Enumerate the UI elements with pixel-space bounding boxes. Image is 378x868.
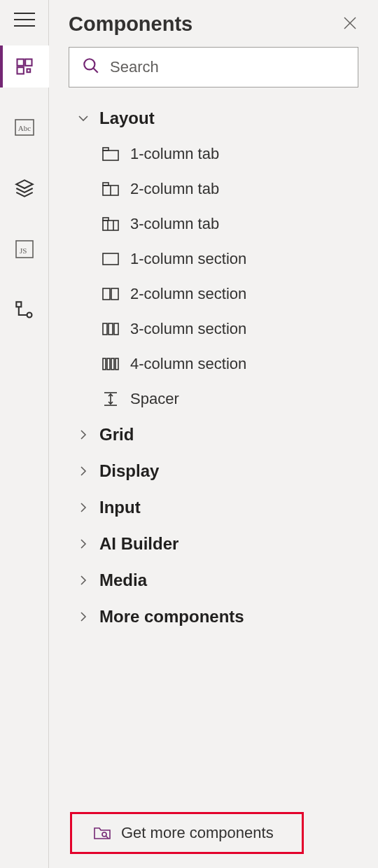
tree-icon bbox=[15, 300, 34, 320]
nav-tree[interactable] bbox=[0, 289, 49, 331]
components-icon bbox=[15, 57, 34, 76]
search-input[interactable] bbox=[110, 58, 345, 76]
group-label: Media bbox=[99, 570, 147, 590]
four-column-section-icon bbox=[101, 356, 120, 372]
close-icon bbox=[342, 15, 358, 34]
search-wrap bbox=[49, 40, 378, 100]
svg-rect-31 bbox=[107, 358, 110, 370]
group-label: AI Builder bbox=[99, 534, 178, 554]
svg-rect-25 bbox=[103, 288, 110, 300]
svg-point-13 bbox=[84, 59, 94, 69]
svg-rect-9 bbox=[16, 302, 21, 307]
item-3-column-tab[interactable]: 3-column tab bbox=[94, 206, 371, 241]
nav-components[interactable] bbox=[0, 46, 49, 88]
svg-rect-32 bbox=[111, 358, 114, 370]
panel-title: Components bbox=[69, 13, 192, 36]
group-grid[interactable]: Grid bbox=[69, 416, 371, 453]
one-column-section-icon bbox=[101, 251, 120, 267]
svg-rect-18 bbox=[103, 183, 108, 186]
group-more-components[interactable]: More components bbox=[69, 598, 371, 635]
svg-rect-0 bbox=[17, 59, 23, 66]
one-column-tab-icon bbox=[101, 146, 120, 162]
nav-text[interactable]: Abc bbox=[0, 106, 49, 148]
get-more-components-button[interactable]: Get more components bbox=[70, 812, 304, 854]
item-label: 2-column section bbox=[130, 285, 246, 303]
svg-rect-16 bbox=[103, 148, 108, 150]
panel-footer: Get more components bbox=[49, 798, 378, 868]
svg-rect-2 bbox=[25, 59, 31, 66]
svg-rect-33 bbox=[115, 358, 118, 370]
svg-point-10 bbox=[27, 313, 31, 318]
svg-rect-1 bbox=[17, 67, 23, 74]
group-display[interactable]: Display bbox=[69, 453, 371, 489]
nav-layers[interactable] bbox=[0, 167, 49, 209]
hamburger-icon[interactable] bbox=[14, 13, 35, 27]
get-more-label: Get more components bbox=[121, 824, 274, 842]
item-3-column-section[interactable]: 3-column section bbox=[94, 312, 371, 346]
item-label: 1-column tab bbox=[130, 145, 219, 163]
group-input[interactable]: Input bbox=[69, 489, 371, 526]
component-tree: Layout 1-column tab 2 bbox=[49, 100, 378, 798]
item-label: 3-column tab bbox=[130, 215, 219, 233]
item-label: 2-column tab bbox=[130, 180, 219, 198]
nav-js[interactable]: JS bbox=[0, 228, 49, 270]
item-label: 4-column section bbox=[130, 355, 246, 373]
item-label: 3-column section bbox=[130, 320, 246, 338]
search-box[interactable] bbox=[69, 47, 358, 88]
svg-rect-21 bbox=[103, 218, 108, 220]
search-icon bbox=[82, 57, 100, 78]
group-label: More components bbox=[99, 607, 244, 626]
spacer-icon bbox=[101, 391, 120, 407]
chevron-right-icon bbox=[77, 428, 90, 441]
svg-text:JS: JS bbox=[20, 246, 27, 255]
svg-text:Abc: Abc bbox=[18, 124, 30, 132]
group-media[interactable]: Media bbox=[69, 562, 371, 598]
close-button[interactable] bbox=[342, 16, 358, 33]
chevron-right-icon bbox=[77, 610, 90, 623]
item-2-column-tab[interactable]: 2-column tab bbox=[94, 172, 371, 206]
panel-header: Components bbox=[49, 0, 378, 40]
group-layout[interactable]: Layout bbox=[69, 100, 371, 136]
item-label: 1-column section bbox=[130, 250, 246, 268]
group-ai-builder[interactable]: AI Builder bbox=[69, 526, 371, 562]
layout-items: 1-column tab 2-column tab bbox=[69, 136, 371, 416]
chevron-right-icon bbox=[77, 574, 90, 587]
svg-rect-20 bbox=[103, 220, 118, 230]
svg-rect-28 bbox=[108, 323, 113, 335]
two-column-section-icon bbox=[101, 286, 120, 302]
js-icon: JS bbox=[15, 240, 34, 258]
left-nav-rail: Abc JS bbox=[0, 0, 49, 868]
item-1-column-section[interactable]: 1-column section bbox=[94, 241, 371, 276]
layers-icon bbox=[15, 178, 34, 198]
three-column-section-icon bbox=[101, 321, 120, 337]
group-label: Input bbox=[99, 498, 141, 517]
chevron-right-icon bbox=[77, 465, 90, 477]
group-label: Display bbox=[99, 461, 159, 481]
svg-line-14 bbox=[93, 68, 98, 73]
svg-rect-26 bbox=[111, 288, 118, 300]
item-4-column-section[interactable]: 4-column section bbox=[94, 346, 371, 382]
item-1-column-tab[interactable]: 1-column tab bbox=[94, 136, 371, 172]
abc-icon: Abc bbox=[15, 119, 34, 136]
two-column-tab-icon bbox=[101, 181, 120, 197]
item-label: Spacer bbox=[130, 390, 179, 408]
svg-rect-24 bbox=[103, 253, 118, 265]
chevron-down-icon bbox=[77, 112, 90, 125]
group-label: Grid bbox=[99, 425, 134, 444]
svg-rect-29 bbox=[114, 323, 118, 335]
chevron-right-icon bbox=[77, 538, 90, 550]
group-label: Layout bbox=[99, 108, 155, 128]
item-spacer[interactable]: Spacer bbox=[94, 382, 371, 416]
three-column-tab-icon bbox=[101, 216, 120, 232]
folder-search-icon bbox=[93, 825, 111, 841]
svg-rect-3 bbox=[27, 69, 30, 73]
svg-rect-30 bbox=[103, 358, 106, 370]
chevron-right-icon bbox=[77, 501, 90, 514]
svg-rect-27 bbox=[103, 323, 107, 335]
item-2-column-section[interactable]: 2-column section bbox=[94, 276, 371, 312]
svg-marker-6 bbox=[16, 180, 32, 188]
svg-rect-15 bbox=[103, 150, 118, 160]
components-panel: Components Layou bbox=[49, 0, 378, 868]
